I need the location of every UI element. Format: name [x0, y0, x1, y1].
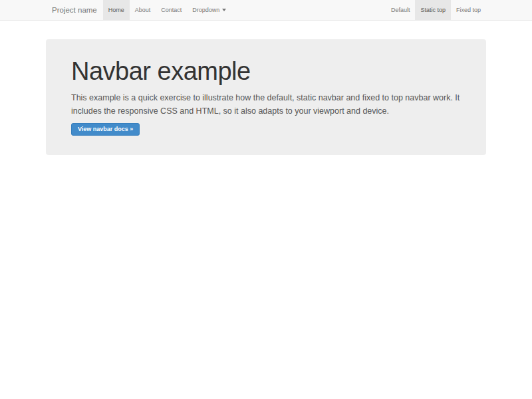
navbar-right-group: Default Static top Fixed top: [386, 0, 486, 20]
nav-item-contact[interactable]: Contact: [156, 0, 187, 20]
jumbotron: Navbar example This example is a quick e…: [46, 39, 486, 155]
page-description: This example is a quick exercise to illu…: [71, 91, 461, 118]
nav-item-home[interactable]: Home: [103, 0, 130, 20]
nav-item-dropdown-label: Dropdown: [192, 7, 219, 13]
caret-down-icon: [222, 9, 226, 11]
nav-item-about[interactable]: About: [130, 0, 156, 20]
brand-link[interactable]: Project name: [46, 0, 103, 20]
nav-item-default[interactable]: Default: [386, 0, 416, 20]
page-title: Navbar example: [71, 59, 461, 85]
navbar-container: Project name Home About Contact Dropdown…: [46, 0, 486, 20]
navbar-left-group: Project name Home About Contact Dropdown: [46, 0, 231, 20]
navbar: Project name Home About Contact Dropdown…: [0, 0, 532, 21]
nav-item-fixed-top[interactable]: Fixed top: [451, 0, 486, 20]
view-navbar-docs-button[interactable]: View navbar docs »: [71, 123, 140, 136]
nav-item-dropdown[interactable]: Dropdown: [187, 0, 231, 20]
nav-item-static-top[interactable]: Static top: [415, 0, 451, 20]
